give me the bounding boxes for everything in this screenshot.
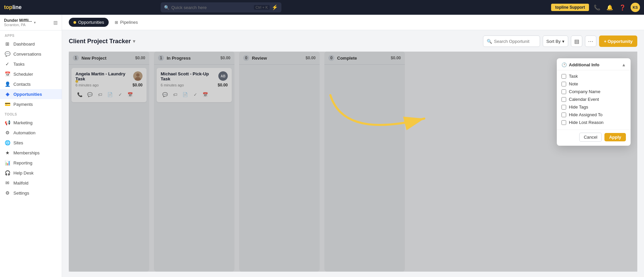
list-item[interactable]: Hide Assigned To [561,112,626,117]
sidebar-item-conversations[interactable]: 💬 Conversations [0,49,62,59]
list-item[interactable]: Calendar Event [561,97,626,102]
sidebar-item-label: Dashboard [13,42,35,47]
top-nav: topline 🔍 Ctrl + K ⚡ topline Support 📞 🔔… [0,0,644,15]
sidebar-item-label: Settings [13,191,29,196]
sidebar-item-settings[interactable]: ⚙ Settings [0,188,62,198]
add-opportunity-label: + Opportunity [604,39,633,44]
clock-icon: 🕐 [561,62,567,67]
sidebar-item-tasks[interactable]: ✓ Tasks [0,59,62,69]
sidebar-item-marketing[interactable]: 📢 Marketing [0,118,62,128]
hide-lost-reason-checkbox[interactable] [561,120,566,125]
sidebar-item-helpdesk[interactable]: 🎧 Help Desk [0,168,62,178]
sidebar-item-label: Contacts [13,82,31,87]
opportunity-search-input[interactable] [494,39,534,44]
hide-tags-checkbox[interactable] [561,105,566,110]
popup-footer: Cancel Apply [557,130,631,142]
logo[interactable]: topline [4,4,21,10]
support-button[interactable]: topline Support [551,4,589,11]
tab-pipelines[interactable]: ⊞ Pipelines [110,18,143,27]
sidebar-item-dashboard[interactable]: ⊞ Dashboard [0,39,62,49]
sidebar-item-label: Conversations [13,52,41,57]
popup-title: 🕐 Additional Info [561,62,599,67]
apply-button[interactable]: Apply [604,133,626,141]
additional-info-popup: 🕐 Additional Info ▲ Task Note [557,58,631,146]
checkbox-label: Hide Assigned To [569,112,602,117]
task-checkbox[interactable] [561,74,566,79]
list-item[interactable]: Hide Lost Reason [561,120,626,125]
pipeline-chevron-icon[interactable]: ▾ [133,39,135,44]
phone-icon[interactable]: 📞 [592,3,602,12]
dashboard-icon: ⊞ [5,41,10,47]
sidebar: Dunder Miffli... Scranton, PA ▾ ▥ Apps ⊞… [0,15,62,277]
sidebar-item-label: Memberships [13,150,40,155]
contacts-icon: 👤 [5,81,10,87]
cancel-button[interactable]: Cancel [579,133,601,142]
sidebar-item-scheduler[interactable]: 📅 Scheduler [0,69,62,79]
list-item[interactable]: Note [561,81,626,86]
workspace-selector[interactable]: Dunder Miffli... Scranton, PA ▾ ▥ [0,15,62,30]
apps-section-label: Apps [0,30,62,39]
sidebar-item-payments[interactable]: 💳 Payments [0,99,62,109]
tab-opportunities-label: Opportunities [78,20,104,25]
company-name-checkbox[interactable] [561,89,566,94]
sidebar-item-label: Mailfold [13,181,29,186]
sidebar-item-mailfold[interactable]: ✉ Mailfold [0,178,62,188]
tab-opportunities[interactable]: Opportunities [69,18,109,27]
kanban-wrap: 1 New Project $0.00 Angela Martin - Laun… [69,52,637,272]
automation-icon: ⚙ [5,130,10,135]
calendar-event-checkbox[interactable] [561,97,566,102]
sidebar-item-reporting[interactable]: 📊 Reporting [0,158,62,168]
list-item[interactable]: Company Name [561,89,626,94]
search-icon: 🔍 [164,5,169,10]
popup-body: Task Note Company Name Calendar Eve [557,70,631,128]
toolbar-right: 🔍 Sort By ▾ ▤ ⋯ + Opportunity [483,36,637,47]
list-item[interactable]: Hide Tags [561,105,626,110]
topnav-right: topline Support 📞 🔔 ❓ KS [551,3,640,12]
checkbox-label: Hide Lost Reason [569,120,603,125]
scheduler-icon: 📅 [5,71,10,77]
user-avatar[interactable]: KS [631,3,640,12]
sidebar-item-contacts[interactable]: 👤 Contacts [0,79,62,89]
more-options-button[interactable]: ⋯ [585,36,596,47]
sidebar-item-sites[interactable]: 🌐 Sites [0,138,62,148]
opportunity-search-bar[interactable]: 🔍 [483,36,540,47]
popup-header: 🕐 Additional Info ▲ [557,58,631,70]
help-icon[interactable]: ❓ [618,3,627,12]
opportunities-icon: ◈ [5,91,10,97]
global-search-input[interactable] [171,5,252,10]
sidebar-item-label: Opportunities [13,92,42,97]
search-shortcut: Ctrl + K [254,5,270,10]
pipeline-title-text: Client Project Tracker [69,38,131,45]
add-opportunity-button[interactable]: + Opportunity [599,36,637,47]
checkbox-label: Hide Tags [569,105,588,110]
filter-button[interactable]: ▤ [571,36,582,47]
list-item[interactable]: Task [561,74,626,79]
checkbox-label: Company Name [569,89,600,94]
tools-section-label: Tools [0,109,62,118]
layout: Dunder Miffli... Scranton, PA ▾ ▥ Apps ⊞… [0,15,644,277]
sort-by-button[interactable]: Sort By ▾ [543,36,569,47]
lightning-icon[interactable]: ⚡ [272,4,278,10]
pipeline-title: Client Project Tracker ▾ [69,38,135,45]
tasks-icon: ✓ [5,61,10,67]
sidebar-item-label: Sites [13,140,23,145]
sidebar-item-label: Tasks [13,62,24,67]
note-checkbox[interactable] [561,82,566,86]
sort-by-chevron-icon: ▾ [562,39,565,44]
sidebar-item-automation[interactable]: ⚙ Automation [0,128,62,138]
bell-icon[interactable]: 🔔 [605,3,614,12]
sidebar-item-label: Automation [13,130,36,135]
sidebar-item-opportunities[interactable]: ◈ Opportunities [0,89,62,99]
collapse-icon[interactable]: ▥ [53,20,58,25]
page-content: Client Project Tracker ▾ 🔍 Sort By ▾ ▤ [62,30,644,277]
hide-assigned-to-checkbox[interactable] [561,113,566,117]
active-tab-indicator [73,21,76,24]
checkbox-label: Calendar Event [569,97,599,102]
sidebar-item-memberships[interactable]: ★ Memberships [0,148,62,158]
opportunity-search-icon: 🔍 [487,39,492,44]
helpdesk-icon: 🎧 [5,170,10,176]
payments-icon: 💳 [5,101,10,107]
checkbox-label: Task [569,74,578,79]
global-search-bar[interactable]: 🔍 Ctrl + K ⚡ [161,2,281,12]
popup-collapse-icon[interactable]: ▲ [622,62,626,67]
